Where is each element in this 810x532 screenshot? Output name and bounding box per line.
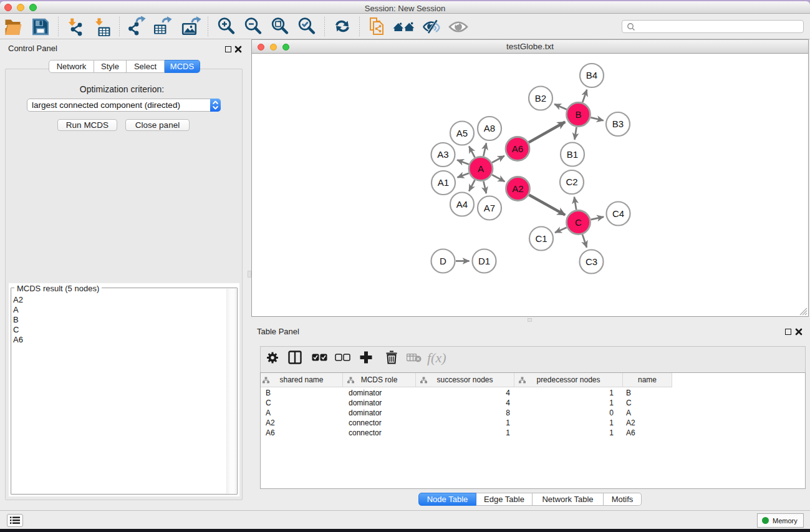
svg-text:B2: B2 xyxy=(535,93,546,104)
svg-text:C: C xyxy=(575,217,582,228)
svg-text:A: A xyxy=(478,163,484,174)
svg-text:A1: A1 xyxy=(438,177,449,188)
svg-text:B4: B4 xyxy=(586,70,597,80)
svg-text:B3: B3 xyxy=(612,118,624,129)
svg-text:A5: A5 xyxy=(456,128,468,138)
svg-text:C3: C3 xyxy=(586,256,597,267)
svg-text:A6: A6 xyxy=(512,143,523,154)
svg-text:C1: C1 xyxy=(535,233,547,244)
svg-text:C4: C4 xyxy=(612,208,624,219)
svg-text:B: B xyxy=(575,109,581,120)
svg-text:C2: C2 xyxy=(566,177,577,187)
svg-text:A2: A2 xyxy=(512,183,523,194)
svg-text:B1: B1 xyxy=(567,149,578,160)
svg-text:A7: A7 xyxy=(484,203,495,213)
svg-text:A4: A4 xyxy=(456,199,468,210)
svg-text:D: D xyxy=(440,256,446,266)
svg-text:A3: A3 xyxy=(437,149,448,160)
svg-text:D1: D1 xyxy=(478,256,490,266)
svg-text:A8: A8 xyxy=(484,123,495,133)
